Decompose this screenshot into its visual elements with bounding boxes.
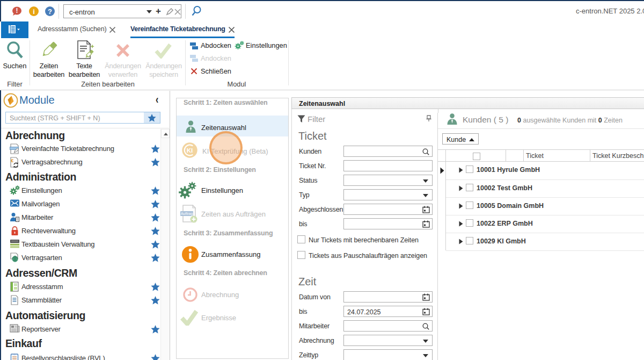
svg-text:Auftrag: Auftrag (181, 212, 193, 216)
svg-text:KI: KI (187, 147, 193, 154)
svg-text:!: ! (16, 7, 18, 15)
svg-text:?: ? (48, 8, 52, 16)
svg-text:€: € (11, 158, 14, 163)
svg-text:i: i (33, 8, 35, 16)
